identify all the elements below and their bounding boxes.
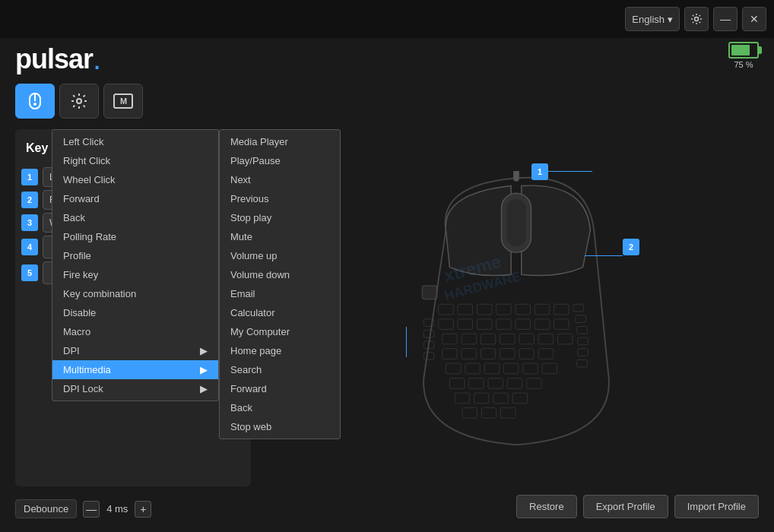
indicator-1-group: 1 xyxy=(531,171,592,172)
minimize-button[interactable]: — xyxy=(713,7,738,31)
logo-text: pulsar xyxy=(15,43,93,75)
sub-item-next[interactable]: Next xyxy=(220,170,340,189)
menu-item-profile[interactable]: Profile xyxy=(52,246,218,265)
svg-point-0 xyxy=(695,17,699,21)
bottom-action-buttons: Restore Export Profile Import Profile xyxy=(516,495,759,518)
tab-settings[interactable] xyxy=(59,84,99,119)
battery-fill xyxy=(731,45,750,55)
sub-item-email[interactable]: Email xyxy=(220,284,340,303)
menu-item-dpi-label: DPI xyxy=(63,345,80,356)
mouse-svg: xtreme HARDWARE xyxy=(398,171,634,452)
mouse-display-area: xtreme HARDWARE 1 2 xyxy=(274,129,766,486)
key-number-4: 4 xyxy=(21,239,38,255)
menu-item-macro[interactable]: Macro xyxy=(52,322,218,341)
menu-item-fire-key[interactable]: Fire key xyxy=(52,265,218,284)
sub-item-search[interactable]: Search xyxy=(220,360,340,379)
submenu-scroll[interactable]: Media Player Play/Pause Next Previous St… xyxy=(220,132,340,436)
export-profile-button[interactable]: Export Profile xyxy=(583,495,668,518)
svg-text:M: M xyxy=(120,97,127,106)
debounce-value: 4 ms xyxy=(106,503,128,515)
submenu-arrow-dpi-lock: ▶ xyxy=(200,383,208,394)
logo: pulsar. xyxy=(15,42,101,76)
sub-item-stop-web[interactable]: Stop web xyxy=(220,417,340,436)
svg-point-4 xyxy=(77,99,81,103)
titlebar: English ▾ — ✕ xyxy=(0,0,774,38)
dropdown-scroll[interactable]: Left Click Right Click Wheel Click Forwa… xyxy=(52,132,218,398)
menu-item-dpi-lock-label: DPI Lock xyxy=(63,383,103,394)
menu-item-key-combination[interactable]: Key combination xyxy=(52,284,218,303)
menu-item-left-click[interactable]: Left Click xyxy=(52,132,218,151)
debounce-label: Debounce xyxy=(15,499,77,518)
menu-item-multimedia-label: Multimedia xyxy=(63,364,111,375)
import-profile-button[interactable]: Import Profile xyxy=(674,495,759,518)
key-number-2: 2 xyxy=(21,192,38,208)
tab-mouse[interactable] xyxy=(15,84,55,119)
language-selector[interactable]: English ▾ xyxy=(625,7,680,31)
menu-item-forward[interactable]: Forward xyxy=(52,189,218,208)
sub-item-play-pause[interactable]: Play/Pause xyxy=(220,151,340,170)
svg-rect-8 xyxy=(506,199,525,246)
key-number-5: 5 xyxy=(21,264,38,281)
sub-item-forward[interactable]: Forward xyxy=(220,379,340,398)
sub-item-volume-down[interactable]: Volume down xyxy=(220,265,340,284)
battery-icon xyxy=(728,42,759,59)
debounce-minus-button[interactable]: — xyxy=(83,501,100,518)
sub-item-back[interactable]: Back xyxy=(220,398,340,417)
restore-button[interactable]: Restore xyxy=(516,495,577,518)
indicator-left-line xyxy=(406,327,407,357)
sub-item-previous[interactable]: Previous xyxy=(220,189,340,208)
menu-item-multimedia[interactable]: Multimedia ▶ xyxy=(52,360,218,379)
menu-item-dpi[interactable]: DPI ▶ xyxy=(52,341,218,360)
nav-tabs: M xyxy=(15,84,143,119)
dropdown-menu: Left Click Right Click Wheel Click Forwa… xyxy=(52,129,219,401)
menu-item-wheel-click[interactable]: Wheel Click xyxy=(52,170,218,189)
language-label: English xyxy=(632,14,665,25)
submenu-arrow-multimedia: ▶ xyxy=(200,364,208,375)
key-number-1: 1 xyxy=(21,169,38,185)
indicator-2-line xyxy=(585,255,623,256)
submenu-multimedia: Media Player Play/Pause Next Previous St… xyxy=(219,129,341,439)
close-button[interactable]: ✕ xyxy=(742,7,766,31)
plus-icon: + xyxy=(140,503,146,515)
battery-percent: 75 % xyxy=(734,60,753,69)
svg-rect-65 xyxy=(422,286,436,299)
submenu-arrow-dpi: ▶ xyxy=(200,345,208,356)
sub-item-volume-up[interactable]: Volume up xyxy=(220,246,340,265)
settings-button[interactable] xyxy=(684,7,709,31)
menu-item-right-click[interactable]: Right Click xyxy=(52,151,218,170)
indicator-1: 1 xyxy=(531,163,548,180)
battery-indicator: 75 % xyxy=(728,42,759,69)
sub-item-stop-play[interactable]: Stop play xyxy=(220,208,340,227)
logo-dot: . xyxy=(93,42,101,76)
mouse-container: xtreme HARDWARE 1 2 xyxy=(383,148,657,467)
sub-item-media-player[interactable]: Media Player xyxy=(220,132,340,151)
menu-item-dpi-lock[interactable]: DPI Lock ▶ xyxy=(52,379,218,398)
menu-item-back[interactable]: Back xyxy=(52,208,218,227)
menu-item-disable[interactable]: Disable xyxy=(52,303,218,322)
sub-item-home-page[interactable]: Home page xyxy=(220,341,340,360)
key-number-3: 3 xyxy=(21,214,38,231)
debounce-bar: Debounce — 4 ms + xyxy=(15,499,151,518)
svg-point-3 xyxy=(33,103,36,106)
minus-icon: — xyxy=(86,503,97,515)
sub-item-calculator[interactable]: Calculator xyxy=(220,303,340,322)
tab-macro[interactable]: M xyxy=(103,84,143,119)
menu-item-polling-rate[interactable]: Polling Rate xyxy=(52,227,218,246)
debounce-plus-button[interactable]: + xyxy=(135,501,151,518)
indicator-2: 2 xyxy=(623,239,639,255)
sub-item-my-computer[interactable]: My Computer xyxy=(220,322,340,341)
sub-item-mute[interactable]: Mute xyxy=(220,227,340,246)
chevron-down-icon: ▾ xyxy=(668,14,673,25)
